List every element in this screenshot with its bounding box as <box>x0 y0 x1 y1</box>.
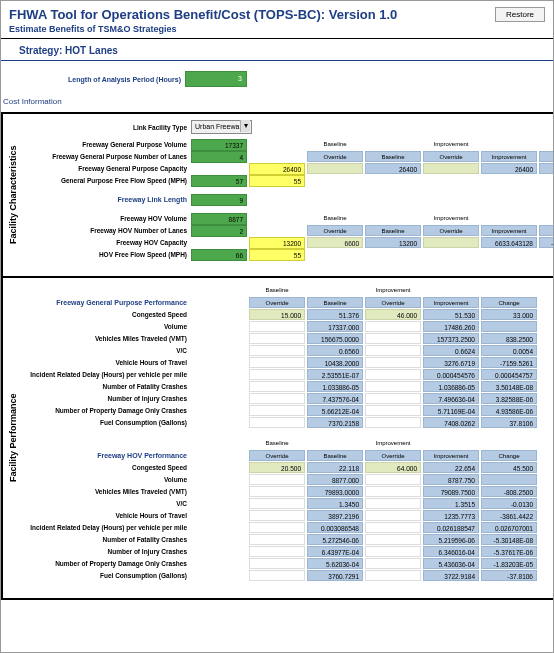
analysis-length-input[interactable]: 3 <box>185 71 247 87</box>
facility-performance-side-label: Facility Performance <box>1 278 23 598</box>
gp-ffs-cell[interactable]: 55 <box>249 175 305 187</box>
hov-capacity-i-override[interactable] <box>423 237 479 248</box>
hov-volume-label: Freeway HOV Volume <box>27 215 191 222</box>
strategy-title: Strategy: HOT Lanes <box>1 39 553 58</box>
gp-capacity-i-override[interactable] <box>423 163 479 174</box>
baseline-override-cell <box>249 417 305 428</box>
baseline-override-cell[interactable]: 20.500 <box>249 462 305 473</box>
link-length-input[interactable]: 9 <box>191 194 247 206</box>
improvement-cell: 8787.750 <box>423 474 479 485</box>
baseline-override-cell <box>249 369 305 380</box>
table-row: Fuel Consumption (Gallons)7370.21587408.… <box>27 417 549 428</box>
table-row: Incident Related Delay (Hours) per vehic… <box>27 369 549 380</box>
gp-ffs-input[interactable]: 57 <box>191 175 247 187</box>
hov-ffs-input[interactable]: 66 <box>191 249 247 261</box>
table-row: Incident Related Delay (Hours) per vehic… <box>27 522 549 533</box>
improvement-override-cell[interactable]: 46.000 <box>365 309 421 320</box>
improvement-override-cell <box>365 345 421 356</box>
baseline-cell: 156675.0000 <box>307 333 363 344</box>
baseline-override-cell <box>249 498 305 509</box>
link-facility-type-select[interactable]: Urban Freewa <box>191 120 252 134</box>
baseline-override-cell <box>249 522 305 533</box>
page-subtitle: Estimate Benefits of TSM&O Strategies <box>1 22 553 38</box>
table-row: Volume17337.00017486.260 <box>27 321 549 332</box>
row-label: Number of Injury Crashes <box>27 395 191 402</box>
baseline-cell: 79893.0000 <box>307 486 363 497</box>
col-improvement: Improvement <box>481 151 537 162</box>
gp-capacity-baseline: 26400 <box>365 163 421 174</box>
row-label: Congested Speed <box>27 464 191 471</box>
gp-capacity-cell[interactable]: 26400 <box>249 163 305 175</box>
improvement-override-cell[interactable]: 64.000 <box>365 462 421 473</box>
row-label: Vehicles Miles Traveled (VMT) <box>27 488 191 495</box>
cost-information-link[interactable]: Cost Information <box>1 97 553 112</box>
baseline-override-cell <box>249 405 305 416</box>
baseline-cell: 5.272546-06 <box>307 534 363 545</box>
baseline-cell: 0.003086548 <box>307 522 363 533</box>
hov-lanes-input[interactable]: 2 <box>191 225 247 237</box>
improvement-override-cell <box>365 534 421 545</box>
table-row: V/C0.65600.66240.0054 <box>27 345 549 356</box>
row-label: Incident Related Delay (Hours) per vehic… <box>27 524 191 531</box>
baseline-cell: 7.437576-04 <box>307 393 363 404</box>
baseline-cell: 1.3450 <box>307 498 363 509</box>
improvement-cell: 6.346016-04 <box>423 546 479 557</box>
table-row: Vehicle Hours of Travel3897.21961235.777… <box>27 510 549 521</box>
change-cell: 3.50148E-08 <box>481 381 537 392</box>
row-label: V/C <box>27 347 191 354</box>
change-cell: -37.8106 <box>481 570 537 581</box>
improvement-cell: 3276.6719 <box>423 357 479 368</box>
link-length-label: Freeway Link Length <box>27 196 191 203</box>
hov-volume-input[interactable]: 8877 <box>191 213 247 225</box>
gp-capacity-b-override[interactable] <box>307 163 363 174</box>
col-baseline-override: Override <box>307 151 363 162</box>
row-label: Vehicles Miles Traveled (VMT) <box>27 335 191 342</box>
row-label: Congested Speed <box>27 311 191 318</box>
improvement-cell: 1235.7773 <box>423 510 479 521</box>
baseline-override-cell[interactable]: 15.000 <box>249 309 305 320</box>
improvement-override-cell <box>365 393 421 404</box>
hov-capacity-label: Freeway HOV Capacity <box>27 239 191 246</box>
baseline-override-cell <box>249 486 305 497</box>
baseline-cell: 5.66212E-04 <box>307 405 363 416</box>
baseline-cell: 51.376 <box>307 309 363 320</box>
hov-ffs-label: HOV Free Flow Speed (MPH) <box>27 251 191 258</box>
change-cell: -7159.5261 <box>481 357 537 368</box>
improvement-cell: 1.036886-05 <box>423 381 479 392</box>
baseline-cell: 7370.2158 <box>307 417 363 428</box>
improvement-cell: 5.71169E-04 <box>423 405 479 416</box>
row-label: Number of Fatality Crashes <box>27 383 191 390</box>
baseline-cell: 6.43977E-04 <box>307 546 363 557</box>
improvement-override-cell <box>365 558 421 569</box>
gp-capacity-improvement: 26400 <box>481 163 537 174</box>
table-row: Number of Property Damage Only Crashes5.… <box>27 405 549 416</box>
table-row: Number of Fatality Crashes1.033886-051.0… <box>27 381 549 392</box>
baseline-cell: 3897.2196 <box>307 510 363 521</box>
baseline-cell: 22.118 <box>307 462 363 473</box>
row-label: Volume <box>27 476 191 483</box>
baseline-override-cell <box>249 345 305 356</box>
change-cell: -3861.4422 <box>481 510 537 521</box>
improvement-override-cell <box>365 510 421 521</box>
baseline-cell: 10438.2000 <box>307 357 363 368</box>
table-row: Congested Speed15.00051.37646.00051.5303… <box>27 309 549 320</box>
improvement-cell: 1.3515 <box>423 498 479 509</box>
change-cell: -0.0130 <box>481 498 537 509</box>
baseline-cell: 8877.000 <box>307 474 363 485</box>
col-improvement-override: Override <box>423 151 479 162</box>
hov-ffs-cell[interactable]: 55 <box>249 249 305 261</box>
hov-capacity-cell[interactable]: 13200 <box>249 237 305 249</box>
table-row: V/C1.34501.3515-0.0130 <box>27 498 549 509</box>
gp-volume-input[interactable]: 17337 <box>191 139 247 151</box>
hov-capacity-b-override[interactable]: 6600 <box>307 237 363 248</box>
row-label: Number of Property Damage Only Crashes <box>27 560 191 567</box>
improvement-cell: 5.436036-04 <box>423 558 479 569</box>
table-row: Number of Fatality Crashes5.272546-065.2… <box>27 534 549 545</box>
gp-lanes-input[interactable]: 4 <box>191 151 247 163</box>
change-cell: -5.37617E-06 <box>481 546 537 557</box>
restore-button[interactable]: Restore <box>495 7 545 22</box>
improvement-override-cell <box>365 321 421 332</box>
table-row: Number of Injury Crashes6.43977E-046.346… <box>27 546 549 557</box>
baseline-override-cell <box>249 570 305 581</box>
row-label: Fuel Consumption (Gallons) <box>27 419 191 426</box>
